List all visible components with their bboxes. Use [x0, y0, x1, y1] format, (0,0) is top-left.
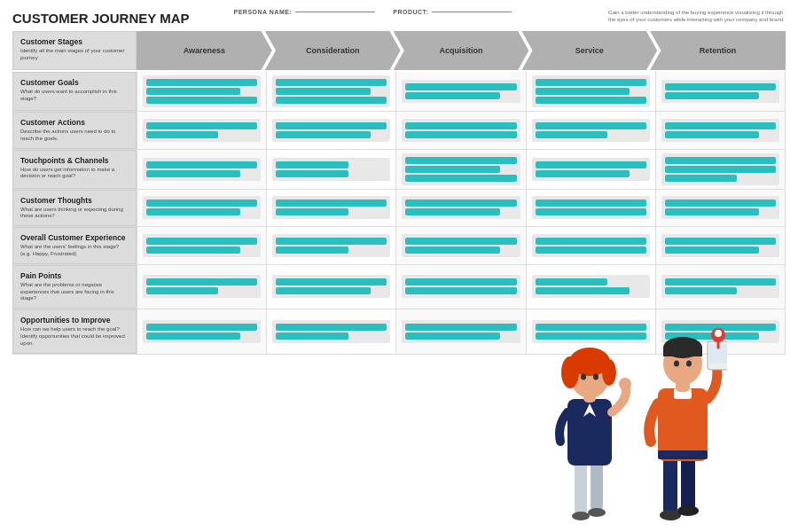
th-card-0a	[146, 200, 257, 207]
th-card-group-4	[661, 196, 779, 219]
header-description: Gain a better understanding of the buyin…	[608, 9, 786, 24]
goals-card-0c	[146, 97, 257, 104]
goals-card-1b	[276, 88, 370, 95]
exp-card-group-3	[532, 234, 650, 257]
thoughts-title: Customer Thoughts	[20, 196, 129, 205]
exp-card-group-4	[661, 234, 779, 257]
opp-card-1a	[276, 324, 387, 331]
goals-cell-4	[655, 72, 786, 111]
svg-rect-4	[567, 399, 612, 466]
header: CUSTOMER JOURNEY MAP PERSONA NAME: PRODU…	[0, 0, 798, 31]
svg-rect-26	[676, 378, 690, 392]
pp-cell-2	[395, 265, 525, 309]
pp-cell-0	[137, 265, 266, 309]
actions-title: Customer Actions	[20, 118, 129, 127]
pp-card-group-1	[272, 275, 390, 298]
svg-rect-0	[575, 461, 587, 514]
touchpoints-cell-4	[655, 150, 786, 189]
pp-card-group-3	[532, 275, 650, 298]
page: CUSTOMER JOURNEY MAP PERSONA NAME: PRODU…	[0, 0, 798, 532]
stage-consideration: Consideration	[265, 31, 401, 70]
opp-card-0a	[146, 324, 257, 331]
pp-card-group-4	[661, 275, 779, 298]
actions-cell-2	[395, 112, 525, 149]
svg-point-6	[619, 378, 631, 390]
goals-row: Customer Goals What do users want to acc…	[12, 72, 786, 112]
tp-card-group-4	[661, 153, 779, 185]
tp-card-group-3	[532, 158, 650, 181]
th-card-group-3	[532, 196, 650, 219]
exp-card-0a	[146, 238, 257, 245]
tp-card-group-0	[143, 158, 261, 181]
exp-card-3a	[536, 238, 646, 245]
exp-card-1b	[276, 246, 348, 254]
tp-card-0a	[146, 161, 257, 168]
pp-cell-3	[526, 265, 655, 309]
goals-card-0b	[146, 88, 240, 95]
persona-label: PERSONA NAME:	[233, 9, 292, 15]
actions-card-2a	[405, 122, 516, 129]
opp-cell-0	[137, 309, 266, 353]
product-label: PRODUCT:	[393, 9, 428, 15]
exp-card-group-0	[143, 234, 261, 257]
th-card-3a	[536, 200, 646, 207]
pp-card-1a	[276, 278, 387, 286]
exp-card-1a	[276, 238, 387, 245]
touchpoints-title: Touchpoints & Channels	[20, 156, 129, 165]
goals-card-0a	[146, 79, 257, 86]
tp-card-4a	[665, 157, 776, 164]
svg-point-30	[674, 361, 679, 367]
actions-card-group-3	[532, 119, 650, 142]
actions-cell-0	[137, 112, 266, 149]
goals-card-3a	[536, 79, 646, 86]
goals-desc: What do users want to accomplish in this…	[20, 89, 129, 103]
goals-card-2b	[405, 92, 499, 99]
opp-card-group-4	[661, 320, 779, 343]
opp-card-3a	[536, 324, 646, 331]
pp-card-2b	[405, 287, 516, 294]
opp-cell-1	[266, 309, 395, 353]
grid: Customer Stages Identify all the main st…	[0, 31, 798, 355]
th-card-1a	[276, 200, 387, 207]
exp-card-2b	[405, 246, 499, 254]
exp-card-2a	[405, 238, 516, 245]
actions-desc: Describe the actions users need to do to…	[20, 129, 129, 143]
opportunities-label: Opportunities to Improve How can we help…	[12, 309, 137, 353]
actions-cells	[137, 112, 786, 149]
actions-card-4b	[665, 131, 759, 138]
touchpoints-cell-1	[266, 150, 395, 189]
touchpoints-cells	[137, 150, 786, 189]
exp-card-3b	[536, 246, 646, 254]
goals-card-group-2	[402, 80, 520, 103]
svg-marker-5	[583, 403, 596, 417]
actions-label: Customer Actions Describe the actions us…	[12, 112, 137, 149]
svg-rect-7	[583, 388, 596, 403]
tp-card-4c	[665, 175, 737, 182]
pp-cell-1	[266, 265, 395, 309]
experience-cells	[137, 227, 786, 264]
thoughts-desc: What are users thinking or expecting dur…	[20, 207, 129, 221]
actions-row: Customer Actions Describe the actions us…	[12, 112, 786, 150]
pp-card-3b	[536, 287, 630, 294]
tp-card-2c	[405, 175, 516, 182]
tp-card-3a	[536, 161, 646, 168]
svg-rect-19	[674, 388, 692, 399]
goals-card-4a	[665, 83, 776, 90]
opp-card-2a	[405, 324, 516, 331]
goals-card-4b	[665, 92, 759, 99]
exp-cell-1	[266, 227, 395, 264]
product-field: PRODUCT:	[393, 9, 512, 15]
tp-card-group-1	[272, 158, 390, 181]
goals-card-group-4	[661, 80, 779, 103]
svg-point-10	[561, 356, 579, 388]
opp-card-0b	[146, 332, 240, 340]
painpoints-desc: What are the problems or negative experi…	[20, 282, 129, 302]
exp-card-0b	[146, 246, 240, 254]
opportunities-desc: How can we help users to reach the goal?…	[20, 326, 129, 347]
goals-label: Customer Goals What do users want to acc…	[12, 72, 137, 111]
svg-point-11	[602, 359, 616, 386]
tp-card-2a	[405, 157, 516, 164]
actions-card-1a	[276, 122, 387, 129]
th-card-group-2	[402, 196, 520, 219]
opp-card-3b	[536, 332, 646, 340]
